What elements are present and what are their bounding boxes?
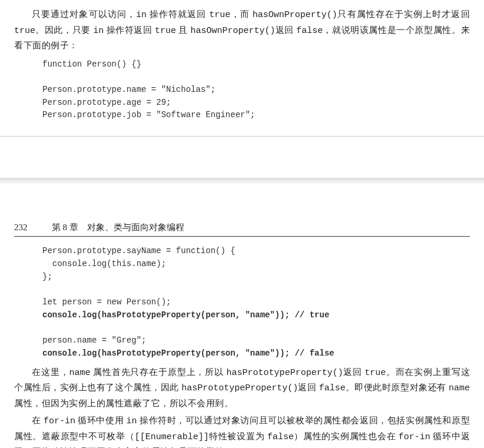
intro-paragraph: 只要通过对象可以访问，in 操作符就返回 true，而 hasOwnProper… [14,7,470,54]
page-shadow [0,178,484,185]
code-block-2: Person.prototype.sayName = function() { … [42,245,470,360]
page-number: 232 [14,220,49,235]
code-block-1: function Person() {} Person.prototype.na… [42,58,470,122]
page-break [0,136,484,178]
explain-paragraph-1: 在这里，name 属性首先只存在于原型上，所以 hasPrototypeProp… [14,365,470,412]
page-top: 只要通过对象可以访问，in 操作符就返回 true，而 hasOwnProper… [0,0,484,136]
chapter-title: 第 8 章 对象、类与面向对象编程 [52,223,184,232]
page-bottom: 232 第 8 章 对象、类与面向对象编程 Person.prototype.s… [0,185,484,448]
explain-paragraph-2: 在 for-in 循环中使用 in 操作符时，可以通过对象访问且可以被枚举的属性… [14,413,470,448]
page-header: 232 第 8 章 对象、类与面向对象编程 [14,218,470,237]
